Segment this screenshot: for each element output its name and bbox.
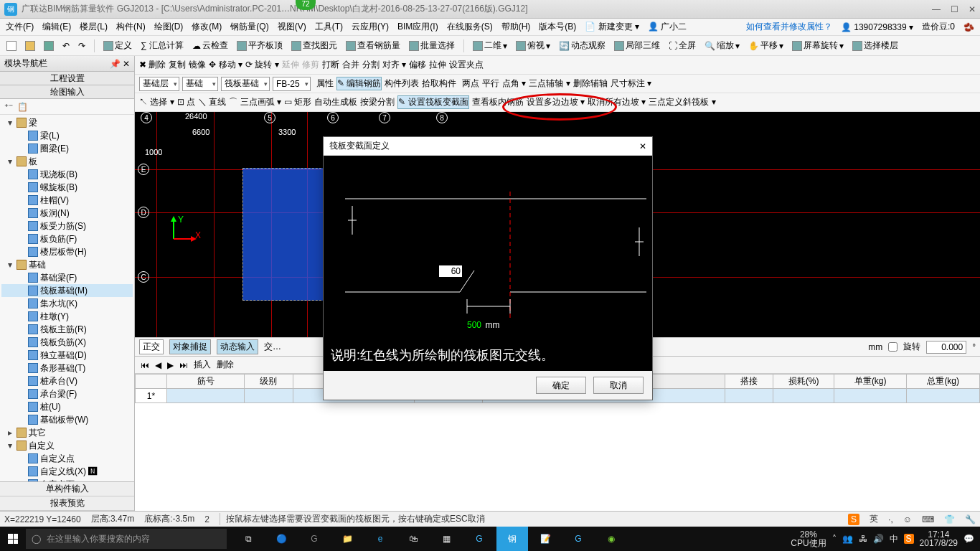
ime-settings-icon[interactable]: 🔧 [965,514,976,524]
tree-node[interactable]: 柱墩(Y) [1,310,133,323]
redo-icon[interactable]: ↷ [76,39,88,52]
tree-node[interactable]: 现浇板(B) [1,168,133,181]
split-by-beam-button[interactable]: 按梁分割 [360,96,395,108]
app-icon-8[interactable]: ◉ [595,527,627,551]
orbit-button[interactable]: 🔄 动态观察 [557,38,608,53]
tree-node[interactable]: ▾自定义 [1,439,133,452]
tree-node[interactable]: 自定义点 [1,452,133,465]
menu-tools[interactable]: 工具(T) [315,21,343,33]
screen-rotate-button[interactable]: 屏幕旋转 ▾ [790,38,846,53]
tree-node[interactable]: 基础梁(F) [1,271,133,284]
edge-icon[interactable]: e [364,527,396,551]
dialog-close-icon[interactable]: ✕ [639,141,646,151]
auto-gen-button[interactable]: 自动生成板 [314,96,357,108]
tree-node[interactable]: 柱帽(V) [1,194,133,207]
stretch-button[interactable]: 拉伸 [429,59,446,71]
sum-button[interactable]: ∑ 汇总计算 [138,38,186,53]
zoom-button[interactable]: 🔍 缩放 ▾ [702,38,742,53]
type-combo[interactable]: 筏板基础 [221,77,270,91]
tray-volume-icon[interactable]: 🔊 [873,534,884,544]
grid-first-icon[interactable]: ⏮ [141,360,149,370]
pan-button[interactable]: ✋ 平移 ▾ [746,38,786,53]
tree-node[interactable]: 桩(U) [1,400,133,413]
open-file-icon[interactable] [23,39,37,52]
align-top-button[interactable]: 平齐板顶 [235,38,285,53]
ime-emoji-icon[interactable]: ☺ [903,514,912,524]
tree-node[interactable]: 承台梁(F) [1,387,133,400]
store-icon[interactable]: 🛍 [397,527,429,551]
tree-node[interactable]: 螺旋板(B) [1,181,133,194]
cancel-slope-button[interactable]: 取消所有边坡 ▾ [588,96,646,108]
copy-button[interactable]: 复制 [169,59,186,71]
floor-combo[interactable]: 基础层 [139,77,179,91]
line-button[interactable]: ＼ 直线 [198,96,226,108]
tree-node[interactable]: ▾板 [1,155,133,168]
windows-taskbar[interactable]: ◯ 在这里输入你要搜索的内容 ⧉ 🔵 G 📁 e 🛍 ▦ G 钢 📝 G ◉ 2… [0,527,980,551]
tree-node[interactable]: 筏板基础(M) [1,284,133,297]
tree-node[interactable]: 板负筋(F) [1,232,133,245]
mirror-button[interactable]: 镜像 [189,59,206,71]
poly-slope-button[interactable]: 设置多边边坡 ▾ [527,96,585,108]
app-icon-3[interactable]: ▦ [430,527,462,551]
ime-punct-icon[interactable]: ·, [888,514,893,524]
menu-component[interactable]: 构件(N) [116,21,146,33]
batch-select-button[interactable]: 批量选择 [407,38,457,53]
tray-network-icon[interactable]: 🖧 [859,534,867,544]
tray-sogou-icon[interactable]: S [904,534,914,544]
menu-cloud[interactable]: 云应用(Y) [352,21,389,33]
component-list-button[interactable]: 构件列表 [385,77,419,90]
new-file-icon[interactable] [4,39,19,52]
category-combo[interactable]: 基础 [182,77,218,91]
tray-clock[interactable]: 17:142017/8/29 [920,530,958,547]
ime-user-icon[interactable]: 👕 [944,514,955,524]
move-button[interactable]: ✥ 移动 ▾ [209,59,242,71]
tree-node[interactable]: 板受力筋(S) [1,220,133,232]
tree-node[interactable]: ▾梁 [1,116,133,129]
view-slab-rebar-button[interactable]: 查看板内钢筋 [472,96,524,108]
find-element-button[interactable]: 查找图元 [289,38,339,53]
sidebar-pin-icon[interactable]: 📌 [110,59,121,69]
align-button[interactable]: 对齐 ▾ [382,59,406,71]
col-unit-weight[interactable]: 单重(kg) [834,375,906,389]
merge-button[interactable]: 合并 [342,59,359,71]
grip-button[interactable]: 设置夹点 [449,59,484,71]
rotate-value[interactable]: 0.000 [926,341,966,354]
angle-input[interactable] [438,265,463,278]
dialog-canvas[interactable]: 500 mm 说明:红色线为所绘制的筏板图元交线。 [324,156,652,371]
tree-view-icon[interactable]: 📋 [17,102,28,112]
break-button[interactable]: 打断 [322,59,339,71]
sidebar-tab-draw[interactable]: 绘图输入 [0,85,134,99]
menu-file[interactable]: 文件(F) [6,21,34,33]
tray-people-icon[interactable]: 👥 [842,534,853,544]
offset-button[interactable]: 偏移 [409,59,426,71]
tray-ime-icon[interactable]: 中 [890,533,898,545]
help-link[interactable]: 如何查看并修改属性？ [746,21,832,33]
define-button[interactable]: 定义 [101,38,134,53]
menu-rebar[interactable]: 钢筋量(Q) [230,21,268,33]
menu-help[interactable]: 帮助(H) [501,21,531,33]
tree-node[interactable]: ▸其它 [1,426,133,439]
dialog-cancel-button[interactable]: 取消 [593,377,644,394]
trim-button[interactable]: 修剪 [302,59,319,71]
ortho-toggle[interactable]: 正交 [139,339,164,354]
point-angle-button[interactable]: 点角 ▾ [502,77,526,90]
grid-insert-button[interactable]: 插入 [194,359,211,371]
component-tree[interactable]: ▾梁梁(L)圈梁(E)▾板现浇板(B)螺旋板(B)柱帽(V)板洞(N)板受力筋(… [0,115,134,481]
var-section-button[interactable]: ✎ 设置筏板变截面 [397,95,468,109]
tree-node[interactable]: 板洞(N) [1,207,133,220]
menu-draw[interactable]: 绘图(D) [154,21,184,33]
menu-floor[interactable]: 楼层(L) [80,21,108,33]
close-button[interactable]: ✕ [969,4,976,14]
tree-node[interactable]: 基础板带(W) [1,413,133,426]
report-preview-tab[interactable]: 报表预览 [0,496,134,511]
single-input-tab[interactable]: 单构件输入 [0,482,134,496]
dyn-input-toggle[interactable]: 动态输入 [217,339,258,354]
save-icon[interactable] [42,39,56,52]
system-tray[interactable]: 28%CPU使用 ˄ 👥 🖧 🔊 中 S 17:142017/8/29 💬 [785,530,980,547]
menu-view[interactable]: 视图(V) [278,21,306,33]
undo-icon[interactable]: ↶ [60,39,72,52]
phone-label[interactable]: 👤 13907298339 ▾ [841,22,913,32]
col-dajie[interactable]: 搭接 [725,375,773,389]
grid-delete-button[interactable]: 删除 [217,359,234,371]
component-combo[interactable]: FB-25 [273,77,311,91]
